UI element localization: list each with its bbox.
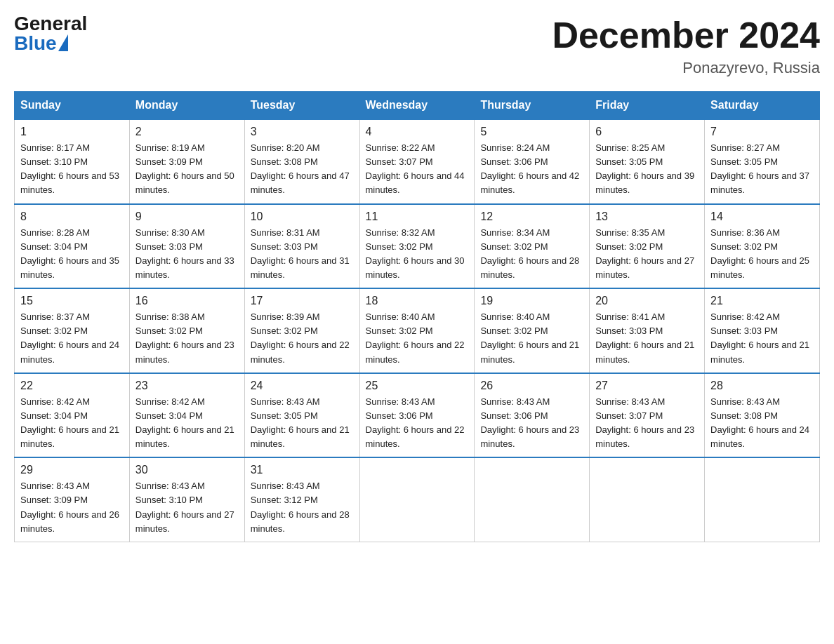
calendar-cell: 7 Sunrise: 8:27 AMSunset: 3:05 PMDayligh… — [705, 119, 820, 204]
calendar-cell: 4 Sunrise: 8:22 AMSunset: 3:07 PMDayligh… — [359, 119, 475, 204]
day-info: Sunrise: 8:39 AMSunset: 3:02 PMDaylight:… — [251, 310, 354, 367]
day-number: 9 — [135, 210, 239, 223]
calendar-table: SundayMondayTuesdayWednesdayThursdayFrid… — [14, 91, 820, 542]
calendar-week-3: 15 Sunrise: 8:37 AMSunset: 3:02 PMDaylig… — [15, 288, 820, 373]
weekday-header-sunday: Sunday — [15, 92, 130, 120]
calendar-cell: 12 Sunrise: 8:34 AMSunset: 3:02 PMDaylig… — [475, 204, 590, 289]
day-number: 5 — [480, 126, 583, 138]
calendar-cell — [475, 457, 590, 542]
day-info: Sunrise: 8:24 AMSunset: 3:06 PMDaylight:… — [480, 141, 583, 198]
weekday-header-row: SundayMondayTuesdayWednesdayThursdayFrid… — [15, 92, 820, 120]
day-number: 2 — [135, 126, 239, 138]
day-number: 10 — [251, 210, 354, 223]
calendar-cell: 22 Sunrise: 8:42 AMSunset: 3:04 PMDaylig… — [15, 373, 130, 458]
day-number: 25 — [366, 380, 469, 392]
calendar-cell — [705, 457, 820, 542]
day-number: 3 — [251, 126, 354, 138]
calendar-cell: 26 Sunrise: 8:43 AMSunset: 3:06 PMDaylig… — [475, 373, 590, 458]
calendar-cell: 1 Sunrise: 8:17 AMSunset: 3:10 PMDayligh… — [15, 119, 130, 204]
logo: General Blue — [14, 14, 87, 53]
calendar-cell: 13 Sunrise: 8:35 AMSunset: 3:02 PMDaylig… — [590, 204, 705, 289]
day-info: Sunrise: 8:38 AMSunset: 3:02 PMDaylight:… — [135, 310, 239, 367]
day-number: 28 — [710, 380, 814, 392]
day-number: 15 — [20, 295, 124, 307]
day-info: Sunrise: 8:43 AMSunset: 3:06 PMDaylight:… — [480, 395, 583, 452]
day-number: 29 — [20, 464, 124, 476]
day-number: 7 — [710, 126, 814, 138]
calendar-cell: 30 Sunrise: 8:43 AMSunset: 3:10 PMDaylig… — [129, 457, 244, 542]
calendar-cell: 21 Sunrise: 8:42 AMSunset: 3:03 PMDaylig… — [705, 288, 820, 373]
calendar-cell: 24 Sunrise: 8:43 AMSunset: 3:05 PMDaylig… — [244, 373, 359, 458]
day-number: 24 — [251, 380, 354, 392]
weekday-header-wednesday: Wednesday — [359, 92, 475, 120]
day-info: Sunrise: 8:42 AMSunset: 3:04 PMDaylight:… — [135, 395, 239, 452]
calendar-cell: 9 Sunrise: 8:30 AMSunset: 3:03 PMDayligh… — [129, 204, 244, 289]
day-info: Sunrise: 8:36 AMSunset: 3:02 PMDaylight:… — [710, 226, 814, 283]
day-info: Sunrise: 8:28 AMSunset: 3:04 PMDaylight:… — [20, 226, 124, 283]
calendar-cell: 17 Sunrise: 8:39 AMSunset: 3:02 PMDaylig… — [244, 288, 359, 373]
day-info: Sunrise: 8:43 AMSunset: 3:06 PMDaylight:… — [366, 395, 469, 452]
day-number: 8 — [20, 210, 124, 223]
day-number: 11 — [366, 210, 469, 223]
day-number: 16 — [135, 295, 239, 307]
calendar-cell: 19 Sunrise: 8:40 AMSunset: 3:02 PMDaylig… — [475, 288, 590, 373]
calendar-cell: 28 Sunrise: 8:43 AMSunset: 3:08 PMDaylig… — [705, 373, 820, 458]
calendar-cell: 10 Sunrise: 8:31 AMSunset: 3:03 PMDaylig… — [244, 204, 359, 289]
calendar-cell: 20 Sunrise: 8:41 AMSunset: 3:03 PMDaylig… — [590, 288, 705, 373]
calendar-cell: 25 Sunrise: 8:43 AMSunset: 3:06 PMDaylig… — [359, 373, 475, 458]
calendar-week-1: 1 Sunrise: 8:17 AMSunset: 3:10 PMDayligh… — [15, 119, 820, 204]
logo-general-text: General — [14, 14, 87, 34]
calendar-cell: 3 Sunrise: 8:20 AMSunset: 3:08 PMDayligh… — [244, 119, 359, 204]
logo-blue-text: Blue — [14, 34, 68, 53]
day-number: 23 — [135, 380, 239, 392]
calendar-week-2: 8 Sunrise: 8:28 AMSunset: 3:04 PMDayligh… — [15, 204, 820, 289]
day-number: 30 — [135, 464, 239, 476]
day-info: Sunrise: 8:43 AMSunset: 3:10 PMDaylight:… — [135, 479, 239, 536]
calendar-cell: 18 Sunrise: 8:40 AMSunset: 3:02 PMDaylig… — [359, 288, 475, 373]
location-text: Ponazyrevo, Russia — [552, 59, 820, 77]
day-info: Sunrise: 8:43 AMSunset: 3:08 PMDaylight:… — [710, 395, 814, 452]
day-number: 19 — [480, 295, 583, 307]
weekday-header-saturday: Saturday — [705, 92, 820, 120]
page-header: General Blue December 2024 Ponazyrevo, R… — [14, 14, 820, 77]
day-info: Sunrise: 8:30 AMSunset: 3:03 PMDaylight:… — [135, 226, 239, 283]
day-number: 26 — [480, 380, 583, 392]
day-number: 17 — [251, 295, 354, 307]
day-info: Sunrise: 8:32 AMSunset: 3:02 PMDaylight:… — [366, 226, 469, 283]
title-section: December 2024 Ponazyrevo, Russia — [552, 14, 820, 77]
day-info: Sunrise: 8:41 AMSunset: 3:03 PMDaylight:… — [595, 310, 699, 367]
day-number: 6 — [595, 126, 699, 138]
weekday-header-tuesday: Tuesday — [244, 92, 359, 120]
day-info: Sunrise: 8:40 AMSunset: 3:02 PMDaylight:… — [366, 310, 469, 367]
day-info: Sunrise: 8:19 AMSunset: 3:09 PMDaylight:… — [135, 141, 239, 198]
day-info: Sunrise: 8:43 AMSunset: 3:07 PMDaylight:… — [595, 395, 699, 452]
day-info: Sunrise: 8:43 AMSunset: 3:05 PMDaylight:… — [251, 395, 354, 452]
calendar-cell: 6 Sunrise: 8:25 AMSunset: 3:05 PMDayligh… — [590, 119, 705, 204]
day-info: Sunrise: 8:17 AMSunset: 3:10 PMDaylight:… — [20, 141, 124, 198]
day-info: Sunrise: 8:25 AMSunset: 3:05 PMDaylight:… — [595, 141, 699, 198]
day-info: Sunrise: 8:43 AMSunset: 3:09 PMDaylight:… — [20, 479, 124, 536]
calendar-week-4: 22 Sunrise: 8:42 AMSunset: 3:04 PMDaylig… — [15, 373, 820, 458]
day-number: 20 — [595, 295, 699, 307]
day-info: Sunrise: 8:27 AMSunset: 3:05 PMDaylight:… — [710, 141, 814, 198]
calendar-cell — [359, 457, 475, 542]
day-info: Sunrise: 8:37 AMSunset: 3:02 PMDaylight:… — [20, 310, 124, 367]
day-number: 1 — [20, 126, 124, 138]
weekday-header-friday: Friday — [590, 92, 705, 120]
day-info: Sunrise: 8:42 AMSunset: 3:03 PMDaylight:… — [710, 310, 814, 367]
day-number: 12 — [480, 210, 583, 223]
day-number: 18 — [366, 295, 469, 307]
weekday-header-thursday: Thursday — [475, 92, 590, 120]
calendar-cell — [590, 457, 705, 542]
day-number: 14 — [710, 210, 814, 223]
day-number: 21 — [710, 295, 814, 307]
month-title: December 2024 — [552, 14, 820, 56]
day-info: Sunrise: 8:35 AMSunset: 3:02 PMDaylight:… — [595, 226, 699, 283]
calendar-cell: 31 Sunrise: 8:43 AMSunset: 3:12 PMDaylig… — [244, 457, 359, 542]
day-number: 27 — [595, 380, 699, 392]
calendar-cell: 2 Sunrise: 8:19 AMSunset: 3:09 PMDayligh… — [129, 119, 244, 204]
weekday-header-monday: Monday — [129, 92, 244, 120]
calendar-cell: 11 Sunrise: 8:32 AMSunset: 3:02 PMDaylig… — [359, 204, 475, 289]
calendar-cell: 16 Sunrise: 8:38 AMSunset: 3:02 PMDaylig… — [129, 288, 244, 373]
day-number: 4 — [366, 126, 469, 138]
